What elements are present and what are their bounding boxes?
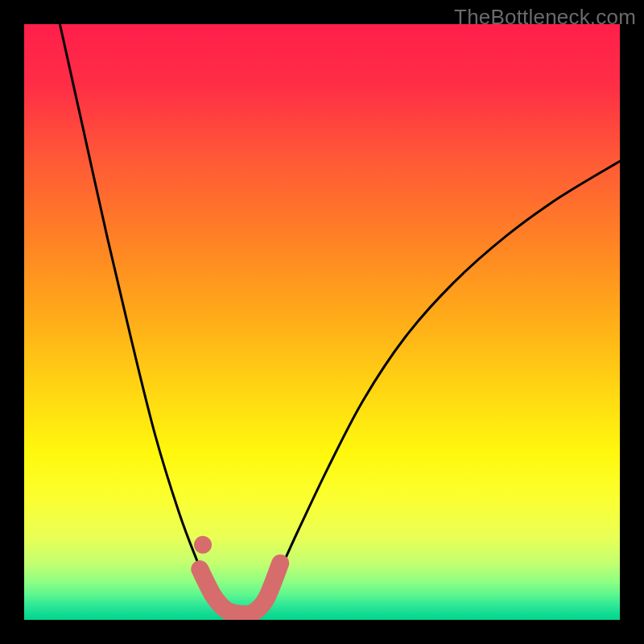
chart-frame: TheBottleneck.com xyxy=(0,0,644,644)
bottleneck-curve xyxy=(60,24,620,615)
highlight-band xyxy=(200,564,280,615)
highlight-dot xyxy=(194,536,212,554)
curve-layer xyxy=(24,24,620,620)
plot-area xyxy=(24,24,620,620)
